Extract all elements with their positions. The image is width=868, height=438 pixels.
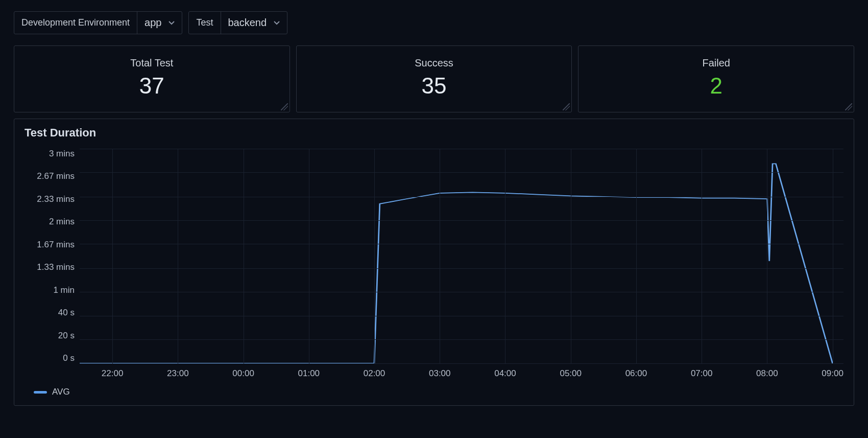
gridline-h — [80, 149, 843, 149]
y-tick: 2.33 mins — [25, 194, 75, 204]
chevron-down-icon — [168, 20, 175, 26]
chart-body: 3 mins2.67 mins2.33 mins2 mins1.67 mins1… — [25, 149, 843, 363]
resize-handle-icon[interactable] — [845, 103, 852, 110]
gridline-h — [80, 172, 843, 173]
stat-value: 37 — [25, 73, 279, 99]
x-tick: 02:00 — [364, 368, 385, 379]
gridline-v — [571, 149, 571, 363]
chart-panel: Test Duration 3 mins2.67 mins2.33 mins2 … — [14, 119, 854, 406]
y-tick: 0 s — [25, 353, 75, 363]
gridline-v — [112, 149, 113, 363]
x-tick: 03:00 — [429, 368, 451, 379]
env-picker-value[interactable]: app — [137, 12, 182, 34]
x-tick: 04:00 — [494, 368, 516, 379]
y-tick: 1 min — [25, 285, 75, 295]
test-picker-value-text: backend — [228, 17, 267, 29]
gridline-h — [80, 339, 843, 340]
gridline-h — [80, 292, 843, 292]
x-tick: 09:00 — [822, 368, 843, 379]
gridline-h — [80, 363, 843, 364]
stat-title: Success — [307, 57, 562, 69]
gridline-v — [702, 149, 702, 363]
y-tick: 1.67 mins — [25, 240, 75, 250]
stat-title: Total Test — [25, 57, 279, 69]
x-tick: 00:00 — [232, 368, 254, 379]
legend-swatch-icon — [34, 391, 47, 394]
x-tick: 23:00 — [167, 368, 189, 379]
gridline-h — [80, 220, 843, 221]
stat-total[interactable]: Total Test 37 — [14, 45, 290, 112]
gridline-v — [505, 149, 505, 363]
y-axis: 3 mins2.67 mins2.33 mins2 mins1.67 mins1… — [25, 149, 80, 363]
x-tick: 05:00 — [560, 368, 582, 379]
stat-failed[interactable]: Failed 2 — [578, 45, 854, 112]
stat-value: 35 — [307, 73, 562, 99]
stat-success[interactable]: Success 35 — [296, 45, 572, 112]
x-tick: 08:00 — [756, 368, 778, 379]
toolbar: Development Environment app Test backend — [14, 11, 854, 34]
x-tick: 01:00 — [298, 368, 320, 379]
x-tick: 06:00 — [625, 368, 647, 379]
chart-title: Test Duration — [25, 126, 843, 140]
stat-row: Total Test 37 Success 35 Failed 2 — [14, 45, 854, 112]
y-tick: 1.33 mins — [25, 262, 75, 272]
x-axis: 22:0023:0000:0001:0002:0003:0004:0005:00… — [80, 368, 843, 380]
gridline-h — [80, 244, 843, 244]
line-series — [80, 149, 843, 363]
gridline-v — [374, 149, 375, 363]
env-picker-label: Development Environment — [14, 12, 137, 34]
y-tick: 3 mins — [25, 149, 75, 159]
y-tick: 40 s — [25, 308, 75, 318]
gridline-v — [833, 149, 833, 363]
resize-handle-icon[interactable] — [281, 103, 288, 110]
env-picker: Development Environment app — [14, 11, 182, 34]
test-picker: Test backend — [188, 11, 287, 34]
env-picker-value-text: app — [144, 17, 161, 29]
stat-value: 2 — [589, 73, 843, 99]
chart-plot[interactable] — [80, 149, 843, 363]
y-tick: 20 s — [25, 331, 75, 341]
chevron-down-icon — [274, 20, 280, 26]
gridline-v — [767, 149, 767, 363]
x-tick: 22:00 — [102, 368, 124, 379]
test-picker-value[interactable]: backend — [221, 12, 287, 34]
y-tick: 2.67 mins — [25, 171, 75, 181]
legend-label: AVG — [52, 387, 70, 397]
gridline-h — [80, 197, 843, 197]
stat-title: Failed — [589, 57, 843, 69]
test-picker-label: Test — [189, 12, 221, 34]
gridline-h — [80, 316, 843, 316]
chart-legend[interactable]: AVG — [34, 387, 843, 397]
resize-handle-icon[interactable] — [563, 103, 570, 110]
x-tick: 07:00 — [691, 368, 713, 379]
gridline-v — [244, 149, 244, 363]
gridline-v — [309, 149, 309, 363]
gridline-h — [80, 268, 843, 269]
gridline-v — [636, 149, 637, 363]
y-tick: 2 mins — [25, 217, 75, 227]
gridline-v — [440, 149, 440, 363]
gridline-v — [178, 149, 178, 363]
